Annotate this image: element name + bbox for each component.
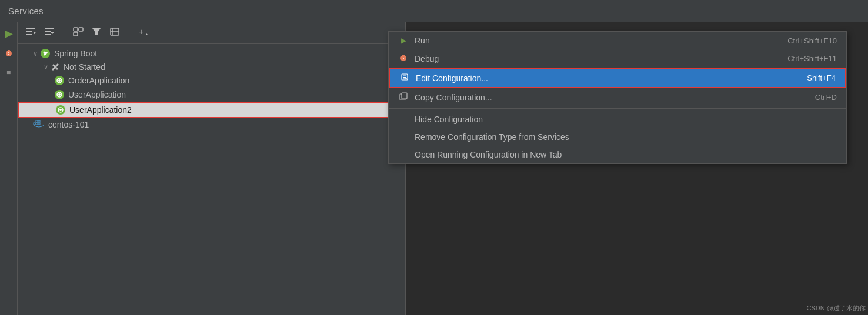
svg-marker-7: [34, 31, 36, 35]
svg-rect-10: [45, 34, 51, 35]
svg-point-32: [59, 109, 62, 111]
context-debug-label: Debug: [415, 54, 439, 63]
order-app-label: OrderApplication: [68, 76, 129, 85]
pin-button[interactable]: [108, 26, 122, 40]
svg-rect-46: [402, 93, 407, 99]
debug-menu-icon: [398, 53, 409, 63]
tree-item-order-app[interactable]: OrderApplication: [18, 73, 405, 88]
context-open-running-label: Open Running Configuration in New Tab: [415, 150, 562, 159]
svg-rect-34: [36, 123, 38, 125]
edit-config-icon: [399, 73, 410, 83]
tree: ∨ Spring Boot ∨ Not Started: [18, 44, 405, 315]
tree-item-user-app[interactable]: UserApplication: [18, 88, 405, 102]
svg-rect-35: [38, 123, 40, 125]
svg-rect-6: [26, 34, 32, 35]
context-copy-config-shortcut: Ctrl+D: [815, 93, 837, 102]
debug-strip-button[interactable]: [4, 48, 14, 60]
svg-rect-13: [79, 28, 83, 31]
user-app2-label: UserApplication2: [69, 105, 132, 115]
context-edit-config-label: Edit Configuration...: [416, 73, 488, 83]
panel-title: Services: [8, 6, 44, 16]
svg-point-26: [58, 79, 61, 82]
tree-item-centos[interactable]: centos-101: [18, 118, 405, 131]
group-button[interactable]: [71, 26, 85, 40]
main-area: ▶ ■: [0, 22, 868, 315]
spring-boot-label: Spring Boot: [54, 49, 97, 58]
svg-point-40: [403, 58, 404, 59]
docker-icon: [33, 120, 45, 129]
svg-point-3: [8, 54, 9, 55]
svg-marker-16: [92, 28, 101, 35]
expand-arrow-spring-boot: ∨: [33, 50, 38, 58]
svg-marker-21: [146, 33, 148, 35]
user-app-icon: [54, 89, 65, 100]
services-panel: + ∨ Spring Boot ∨: [18, 22, 406, 315]
user-app-label: UserApplication: [68, 90, 126, 99]
add-button[interactable]: +: [136, 26, 151, 40]
svg-text:+: +: [139, 27, 143, 36]
context-run-label: Run: [415, 36, 430, 45]
run-strip-button[interactable]: ▶: [5, 27, 13, 40]
svg-rect-39: [402, 55, 405, 56]
run-menu-icon: ▶: [398, 36, 409, 45]
context-menu-copy-config[interactable]: Copy Configuration... Ctrl+D: [389, 88, 846, 106]
tree-item-spring-boot[interactable]: ∨ Spring Boot: [18, 46, 405, 61]
svg-rect-9: [45, 31, 51, 32]
tree-item-not-started[interactable]: ∨ Not Started: [18, 61, 405, 73]
toolbar-row: +: [18, 22, 405, 44]
order-app-icon: [54, 75, 65, 86]
title-bar: Services: [0, 0, 868, 22]
svg-rect-37: [38, 120, 40, 122]
wrench-icon: [51, 62, 60, 72]
expand-all-button[interactable]: [42, 26, 56, 40]
svg-point-29: [58, 93, 61, 96]
filter-button[interactable]: [90, 26, 103, 40]
svg-point-23: [44, 52, 45, 53]
expand-arrow-not-started: ∨: [44, 63, 48, 71]
svg-rect-36: [36, 120, 38, 122]
svg-rect-12: [74, 28, 78, 31]
context-run-shortcut: Ctrl+Shift+F10: [787, 36, 837, 45]
menu-separator-1: [389, 108, 846, 109]
context-menu-hide-config[interactable]: Hide Configuration: [389, 110, 846, 128]
context-menu-edit-config[interactable]: Edit Configuration... Shift+F4: [389, 68, 846, 88]
centos-label: centos-101: [48, 120, 89, 129]
user-app2-icon: [55, 105, 66, 115]
svg-rect-33: [34, 123, 35, 125]
context-menu-remove-config-type[interactable]: Remove Configuration Type from Services: [389, 128, 846, 146]
svg-rect-5: [26, 31, 32, 32]
context-edit-config-shortcut: Shift+F4: [807, 73, 836, 82]
context-menu-run[interactable]: ▶ Run Ctrl+Shift+F10: [389, 32, 846, 49]
svg-rect-1: [8, 50, 10, 52]
context-debug-shortcut: Ctrl+Shift+F11: [787, 54, 837, 63]
context-menu: ▶ Run Ctrl+Shift+F10 Debug Ctrl+Shift+F1…: [388, 31, 847, 164]
stop-strip-button[interactable]: ■: [6, 68, 11, 76]
context-menu-debug[interactable]: Debug Ctrl+Shift+F11: [389, 49, 846, 68]
context-copy-config-label: Copy Configuration...: [415, 93, 492, 102]
tree-item-user-app2[interactable]: UserApplication2: [18, 102, 405, 118]
toolbar-divider-1: [64, 28, 64, 38]
svg-marker-11: [50, 32, 55, 34]
context-hide-config-label: Hide Configuration: [415, 115, 483, 124]
copy-config-icon: [398, 92, 409, 102]
svg-rect-4: [26, 28, 35, 29]
spring-boot-icon: [40, 48, 51, 59]
context-menu-open-running[interactable]: Open Running Configuration in New Tab: [389, 146, 846, 163]
collapse-all-button[interactable]: [24, 26, 38, 40]
not-started-label: Not Started: [64, 62, 105, 72]
toolbar-divider-2: [129, 28, 129, 38]
context-remove-config-label: Remove Configuration Type from Services: [415, 132, 569, 142]
svg-rect-14: [74, 32, 78, 36]
left-strip: ▶ ■: [0, 22, 18, 315]
svg-rect-8: [45, 28, 54, 29]
